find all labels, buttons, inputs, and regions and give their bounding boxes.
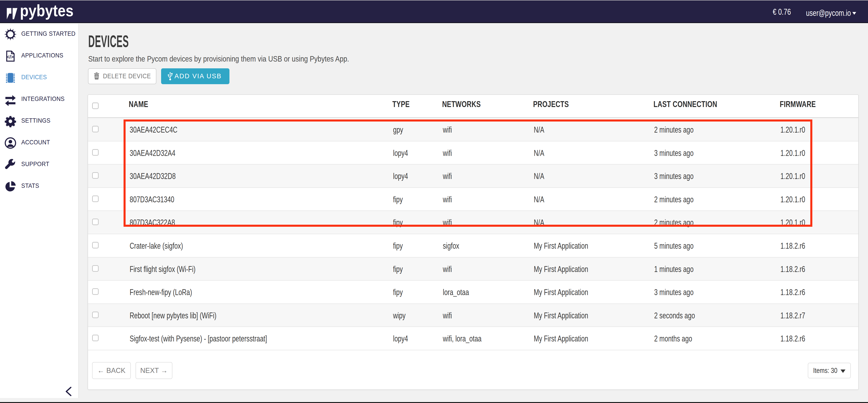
svg-text:</>: </> xyxy=(6,54,14,60)
